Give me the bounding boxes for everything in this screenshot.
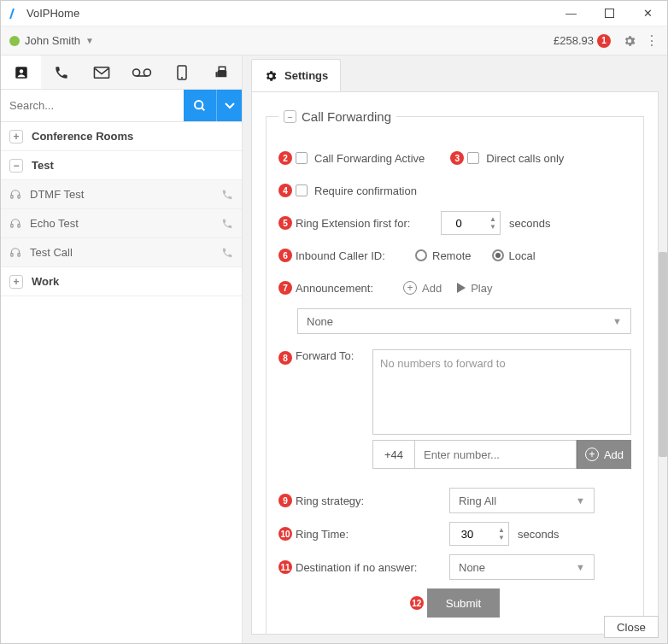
main-panel: Settings − Call Forwarding 2 Call Forwar…: [243, 56, 667, 643]
select-value: None: [307, 315, 333, 328]
phone-icon[interactable]: [221, 247, 233, 259]
spinner-arrows-icon[interactable]: ▲▼: [489, 215, 496, 231]
search-input[interactable]: [1, 90, 184, 121]
select-value: None: [459, 561, 485, 574]
submit-button[interactable]: Submit: [427, 588, 500, 618]
forward-number-input[interactable]: [415, 440, 577, 469]
dest-no-answer-label: Destination if no answer:: [296, 561, 449, 574]
tab-voicemail[interactable]: [121, 56, 161, 89]
fax-icon: [214, 65, 230, 80]
country-code-field[interactable]: +44: [372, 440, 415, 469]
balance-label: £258.93: [554, 34, 594, 47]
svg-rect-10: [219, 67, 226, 71]
sidebar-tabs: [1, 56, 242, 90]
group-label: Conference Rooms: [32, 130, 133, 143]
inbound-cid-label: Inbound Caller ID:: [296, 249, 415, 262]
list-item[interactable]: DTMF Test: [1, 180, 242, 209]
select-value: Ring All: [459, 495, 496, 507]
svg-line-13: [202, 108, 204, 110]
require-confirm-label: Require confirmation: [314, 184, 417, 197]
collapse-icon: −: [284, 110, 296, 123]
cf-active-label: Call Forwarding Active: [314, 152, 425, 165]
titlebar: VoIPHome — ✕: [1, 1, 667, 26]
user-name[interactable]: John Smith: [25, 34, 80, 47]
tab-mobile[interactable]: [161, 56, 202, 89]
list-item[interactable]: Echo Test: [1, 209, 242, 238]
voicemail-icon: [132, 67, 152, 79]
list-item[interactable]: Test Call: [1, 238, 242, 267]
plus-icon: +: [585, 448, 599, 461]
ring-time-label: Ring Time:: [296, 528, 449, 541]
ring-time-input[interactable]: [450, 528, 484, 541]
callout-badge-12: 12: [410, 596, 424, 610]
svg-rect-19: [18, 253, 20, 256]
mail-icon: [93, 67, 110, 79]
window-title: VoIPHome: [26, 7, 552, 20]
ring-ext-label: Ring Extension first for:: [296, 217, 441, 230]
add-number-button[interactable]: + Add: [577, 440, 631, 469]
callout-badge-10: 10: [278, 527, 292, 541]
dest-no-answer-select[interactable]: None ▼: [449, 554, 595, 580]
tab-contacts[interactable]: [1, 56, 41, 89]
forward-to-list: No numbers to forward to: [372, 349, 631, 435]
cf-active-checkbox[interactable]: [296, 152, 308, 164]
minimize-button[interactable]: —: [552, 1, 590, 26]
call-forwarding-fieldset: − Call Forwarding 2 Call Forwarding Acti…: [266, 109, 644, 635]
close-window-button[interactable]: ✕: [629, 1, 667, 26]
svg-point-8: [181, 77, 183, 79]
search-row: [1, 90, 242, 122]
more-menu-icon[interactable]: ⋮: [645, 32, 659, 49]
search-button[interactable]: [184, 90, 216, 121]
svg-rect-18: [11, 253, 13, 256]
ring-time-spinner[interactable]: ▲▼: [449, 522, 509, 546]
close-button[interactable]: Close: [604, 616, 659, 638]
svg-rect-9: [217, 70, 226, 77]
sidebar: + Conference Rooms − Test DTMF Test Echo…: [1, 56, 243, 643]
forward-to-label: Forward To:: [296, 349, 372, 362]
phone-icon[interactable]: [221, 189, 233, 201]
fieldset-legend[interactable]: − Call Forwarding: [278, 109, 396, 124]
phone-icon[interactable]: [221, 218, 233, 230]
ring-ext-input[interactable]: [442, 217, 476, 230]
tab-calls[interactable]: [41, 56, 81, 89]
local-radio[interactable]: [492, 249, 504, 261]
group-test[interactable]: − Test: [1, 151, 242, 180]
require-confirm-checkbox[interactable]: [296, 184, 308, 196]
direct-only-checkbox[interactable]: [467, 152, 479, 164]
item-label: Test Call: [30, 246, 73, 259]
ring-ext-spinner[interactable]: ▲▼: [441, 211, 501, 235]
seconds-label: seconds: [518, 528, 559, 541]
chevron-down-icon: [225, 102, 235, 109]
svg-point-4: [132, 69, 139, 76]
tab-messages[interactable]: [81, 56, 121, 89]
seconds-label: seconds: [509, 217, 550, 230]
svg-rect-17: [18, 224, 20, 227]
svg-rect-16: [11, 224, 13, 227]
forward-empty-text: No numbers to forward to: [380, 357, 506, 370]
announcement-select[interactable]: None ▼: [297, 308, 631, 334]
callout-badge-11: 11: [278, 560, 292, 574]
expand-icon: +: [9, 130, 23, 143]
tab-label: Settings: [284, 69, 328, 82]
svg-point-12: [195, 101, 202, 108]
group-conference-rooms[interactable]: + Conference Rooms: [1, 122, 242, 151]
headset-icon: [9, 247, 23, 259]
user-dropdown-icon[interactable]: ▼: [85, 36, 94, 45]
maximize-button[interactable]: [590, 1, 629, 26]
ring-strategy-label: Ring strategy:: [296, 495, 449, 507]
presence-status-icon: [9, 36, 20, 46]
headset-icon: [9, 218, 23, 230]
group-work[interactable]: + Work: [1, 267, 242, 296]
tab-fax[interactable]: [202, 56, 242, 89]
settings-icon[interactable]: [623, 34, 636, 48]
play-announcement-button[interactable]: Play: [457, 282, 492, 295]
spinner-arrows-icon[interactable]: ▲▼: [498, 526, 505, 542]
group-label: Test: [32, 159, 54, 172]
svg-rect-15: [18, 195, 20, 198]
ring-strategy-select[interactable]: Ring All ▼: [449, 488, 595, 513]
search-dropdown-button[interactable]: [216, 90, 242, 121]
remote-radio[interactable]: [415, 249, 427, 261]
scrollbar[interactable]: [659, 252, 667, 457]
tab-settings[interactable]: Settings: [251, 59, 341, 91]
add-announcement-button[interactable]: + Add: [403, 281, 442, 295]
